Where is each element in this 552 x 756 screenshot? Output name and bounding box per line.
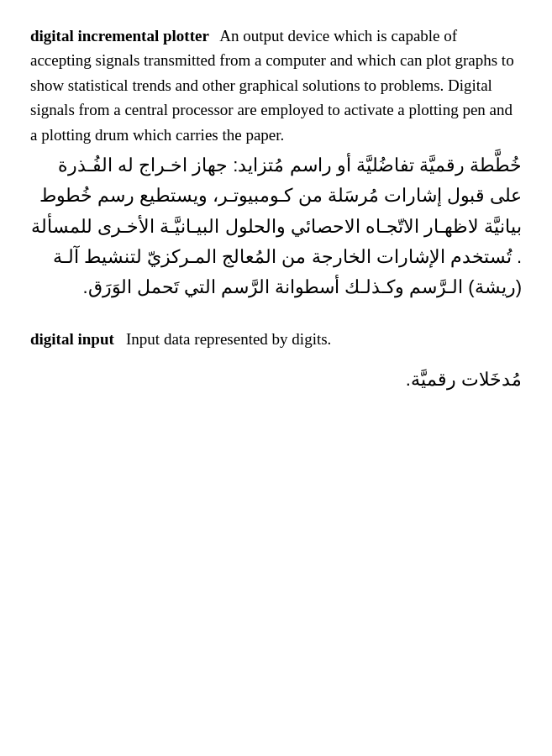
entry2-block: digital input Input data represented by … [30,327,522,351]
entry2-arabic: مُدخَلات رقميَّة. [30,365,522,395]
entry2-title: digital input [30,330,114,348]
entry-digital-input: digital input Input data represented by … [30,327,522,396]
page-container: digital incremental plotter An output de… [0,0,552,756]
entry1-arabic: خُطَّطة رقميَّة تفاضُليَّة أو راسم مُتزا… [30,150,522,302]
entry1-title: digital incremental plotter [30,27,209,45]
entry1-first-line: digital incremental plotter An output de… [30,24,522,147]
entry-digital-incremental-plotter: digital incremental plotter An output de… [30,24,522,303]
entry2-body-en: Input data represented by digits. [118,330,332,348]
